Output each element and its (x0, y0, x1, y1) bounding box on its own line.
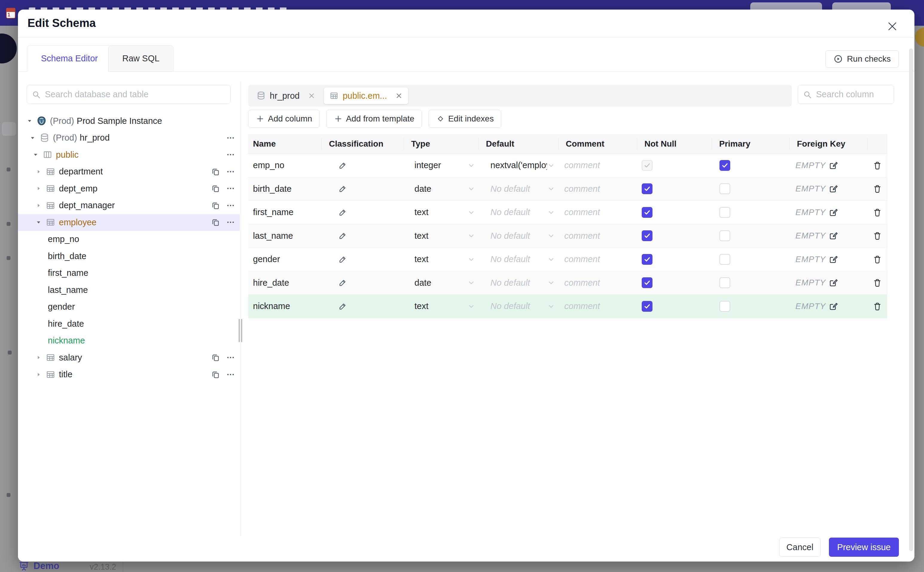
column-name[interactable]: nickname (248, 301, 321, 311)
caret-right-icon[interactable] (35, 354, 42, 361)
default-select[interactable]: No default (479, 184, 558, 194)
default-select[interactable]: nextval('employ (479, 160, 558, 170)
trash-icon[interactable] (873, 302, 882, 311)
pencil-icon[interactable] (338, 208, 347, 217)
column-search-input[interactable] (815, 89, 889, 99)
trash-icon[interactable] (873, 208, 882, 217)
edit-indexes-button[interactable]: Edit indexes (428, 110, 501, 128)
trash-icon[interactable] (873, 161, 882, 170)
tree-item-database[interactable]: (Prod) hr_prod (18, 129, 240, 146)
tree-item-table-employee[interactable]: employee (18, 214, 240, 231)
pencil-icon[interactable] (338, 184, 347, 193)
default-select[interactable]: No default (479, 207, 558, 217)
caret-down-icon[interactable] (29, 134, 36, 142)
more-icon[interactable] (226, 201, 235, 210)
edit-fk-icon[interactable] (829, 278, 838, 288)
not-null-checkbox[interactable] (642, 301, 653, 312)
trash-icon[interactable] (873, 231, 882, 241)
type-select[interactable]: integer (404, 160, 479, 170)
close-tab-button[interactable] (308, 92, 315, 99)
primary-checkbox[interactable] (719, 254, 730, 265)
caret-right-icon[interactable] (35, 168, 42, 176)
cancel-button[interactable]: Cancel (779, 538, 820, 557)
default-select[interactable]: No default (479, 231, 558, 241)
comment-field[interactable]: comment (558, 160, 637, 170)
primary-checkbox[interactable] (719, 277, 730, 288)
type-select[interactable]: text (404, 301, 479, 311)
not-null-checkbox[interactable] (642, 254, 653, 265)
default-select[interactable]: No default (479, 254, 558, 264)
caret-right-icon[interactable] (35, 371, 42, 378)
more-icon[interactable] (226, 218, 235, 227)
database-search[interactable] (26, 85, 231, 104)
column-name[interactable]: gender (248, 254, 321, 264)
comment-field[interactable]: comment (558, 207, 637, 217)
modal-scrollbar[interactable] (909, 48, 913, 551)
comment-field[interactable]: comment (558, 184, 637, 194)
type-select[interactable]: text (404, 231, 479, 241)
default-select[interactable]: No default (479, 301, 558, 311)
tree-item-table-salary[interactable]: salary (18, 349, 240, 366)
pencil-icon[interactable] (338, 278, 347, 287)
primary-checkbox[interactable] (719, 160, 730, 171)
more-icon[interactable] (226, 134, 235, 142)
caret-down-icon[interactable] (26, 117, 34, 125)
not-null-checkbox[interactable] (642, 207, 653, 218)
more-icon[interactable] (226, 150, 235, 159)
caret-right-icon[interactable] (35, 185, 42, 192)
tree-item-table-dept-manager[interactable]: dept_manager (18, 197, 240, 214)
preview-issue-button[interactable]: Preview issue (829, 538, 899, 557)
tree-item-table-title[interactable]: title (18, 366, 240, 383)
tree-item-column-first-name[interactable]: first_name (18, 265, 240, 282)
database-search-input[interactable] (44, 89, 225, 99)
pencil-icon[interactable] (338, 255, 347, 264)
edit-fk-icon[interactable] (829, 161, 838, 170)
not-null-checkbox[interactable] (642, 230, 653, 241)
column-search[interactable] (798, 85, 894, 104)
run-checks-button[interactable]: Run checks (825, 50, 899, 68)
pencil-icon[interactable] (338, 161, 347, 170)
edit-fk-icon[interactable] (829, 302, 838, 311)
tree-item-column-birth-date[interactable]: birth_date (18, 248, 240, 265)
add-column-button[interactable]: Add column (248, 110, 320, 128)
tree-item-column-nickname[interactable]: nickname (18, 333, 240, 350)
add-from-template-button[interactable]: Add from template (326, 110, 422, 128)
tree-item-table-department[interactable]: department (18, 163, 240, 180)
edit-fk-icon[interactable] (829, 255, 838, 264)
editor-tab-hr-prod[interactable]: hr_prod (251, 87, 321, 104)
column-name[interactable]: last_name (248, 231, 321, 241)
comment-field[interactable]: comment (558, 301, 637, 311)
copy-icon[interactable] (211, 201, 220, 210)
tree-item-column-hire-date[interactable]: hire_date (18, 315, 240, 333)
comment-field[interactable]: comment (558, 278, 637, 288)
more-icon[interactable] (226, 370, 235, 379)
primary-checkbox[interactable] (719, 301, 730, 312)
tree-item-column-emp-no[interactable]: emp_no (18, 231, 240, 248)
primary-checkbox[interactable] (719, 207, 730, 218)
primary-checkbox[interactable] (719, 183, 730, 194)
trash-icon[interactable] (873, 255, 882, 264)
pencil-icon[interactable] (338, 231, 347, 240)
editor-tab-public-employee[interactable]: public.em... (324, 87, 408, 104)
more-icon[interactable] (226, 167, 235, 176)
tab-schema-editor[interactable]: Schema Editor (27, 45, 112, 72)
tree-item-schema-public[interactable]: public (18, 146, 240, 163)
tree-item-table-dept-emp[interactable]: dept_emp (18, 180, 240, 197)
more-icon[interactable] (226, 353, 235, 362)
copy-icon[interactable] (211, 370, 220, 379)
close-tab-button[interactable] (395, 92, 403, 99)
comment-field[interactable]: comment (558, 254, 637, 264)
pencil-icon[interactable] (338, 302, 347, 311)
tab-raw-sql[interactable]: Raw SQL (108, 45, 174, 72)
not-null-checkbox[interactable] (642, 277, 653, 288)
comment-field[interactable]: comment (558, 231, 637, 241)
copy-icon[interactable] (211, 167, 220, 176)
tree-item-column-gender[interactable]: gender (18, 298, 240, 316)
panel-resize-handle[interactable] (239, 319, 243, 342)
tree-item-column-last-name[interactable]: last_name (18, 281, 240, 298)
type-select[interactable]: date (404, 184, 479, 194)
type-select[interactable]: date (404, 278, 479, 288)
column-name[interactable]: birth_date (248, 184, 321, 194)
caret-right-icon[interactable] (35, 202, 42, 210)
type-select[interactable]: text (404, 254, 479, 264)
